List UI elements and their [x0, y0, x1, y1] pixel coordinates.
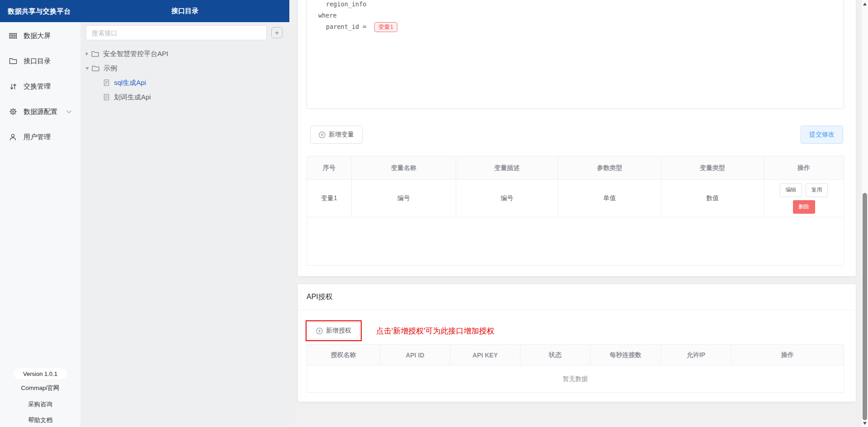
table-row: 变量1 编号 编号 单值 数值 编辑 复用 删除: [307, 180, 844, 217]
column-header: 状态: [520, 345, 590, 365]
scroll-up-arrow-icon[interactable]: [863, 3, 867, 5]
cell-var-type: 数值: [661, 180, 764, 217]
variables-table: 序号 变量名称 变量描述 参数类型 变量类型 操作 变量1 编号 编号 单值 数…: [307, 156, 844, 266]
file-icon: [103, 94, 110, 101]
add-variable-button[interactable]: 新增变量: [310, 126, 363, 144]
code-line: where: [318, 10, 835, 21]
swap-icon: [9, 82, 17, 90]
footer-link-official-site[interactable]: Commapi官网: [21, 384, 60, 392]
auth-toolbar: 新增授权 点击'新增授权'可为此接口增加授权: [306, 320, 856, 341]
sidebar-item-datasource-config[interactable]: 数据源配置: [0, 99, 80, 124]
tree-node-label[interactable]: 划词生成Api: [114, 93, 151, 102]
vertical-scrollbar[interactable]: [861, 0, 868, 427]
gear-icon: [9, 108, 17, 116]
code-line: parent_id = 变量1: [318, 21, 835, 33]
tree-node-folder[interactable]: 示例: [80, 61, 289, 75]
scroll-down-arrow-icon[interactable]: [863, 422, 867, 425]
column-header: 允许IP: [661, 345, 731, 365]
code-text: parent_id =: [326, 23, 370, 30]
version-badge: Version 1.0.1: [14, 368, 67, 379]
column-header: 变量描述: [456, 156, 558, 179]
sidebar-footer: Version 1.0.1 Commapi官网 采购咨询 帮助文档: [0, 368, 80, 424]
tree-node-label[interactable]: sql生成Api: [114, 79, 146, 87]
column-header: 变量名称: [352, 156, 456, 179]
empty-state-text: 暂无数据: [563, 375, 588, 383]
cell-seq: 变量1: [307, 180, 352, 217]
column-header: 每秒连接数: [590, 345, 661, 365]
tree-node-api-selected[interactable]: sql生成Api: [80, 75, 289, 90]
variables-table-header: 序号 变量名称 变量描述 参数类型 变量类型 操作: [307, 156, 844, 180]
api-catalog-panel: 接口目录 + 安全智慧管控平台API 示例: [80, 0, 289, 427]
add-auth-button[interactable]: 新增授权: [307, 322, 360, 339]
main-content: region_info where parent_id = 变量1 新增变量 提…: [289, 0, 861, 427]
variable-chip[interactable]: 变量1: [374, 22, 398, 32]
auth-table: 授权名称 API ID API KEY 状态 每秒连接数 允许IP 操作 暂无数…: [307, 344, 844, 393]
folder-icon: [9, 57, 17, 65]
reuse-button[interactable]: 复用: [806, 183, 828, 197]
column-header: 序号: [307, 156, 352, 179]
cell-actions: 编辑 复用 删除: [764, 180, 844, 217]
tree-node-label[interactable]: 示例: [104, 64, 117, 73]
user-icon: [9, 133, 17, 141]
column-header: API ID: [380, 345, 450, 365]
add-catalog-button[interactable]: +: [271, 27, 283, 38]
caret-right-icon[interactable]: [86, 52, 88, 56]
app-title: 数据共享与交换平台: [0, 0, 80, 22]
footer-link-help[interactable]: 帮助文档: [28, 416, 52, 424]
annotation-highlight-box: 新增授权: [306, 320, 362, 341]
tree-node-label[interactable]: 安全智慧管控平台API: [103, 50, 168, 58]
search-row: +: [86, 25, 283, 40]
column-header: API KEY: [450, 345, 520, 365]
sidebar-item-api-catalog[interactable]: 接口目录: [0, 48, 80, 74]
auth-table-header: 授权名称 API ID API KEY 状态 每秒连接数 允许IP 操作: [307, 345, 844, 366]
app-root: 数据共享与交换平台 数据大屏 接口目录: [0, 0, 868, 427]
panel-title: 接口目录: [80, 0, 289, 22]
variables-toolbar: 新增变量 提交修改: [310, 126, 843, 144]
folder-icon: [91, 51, 99, 57]
sidebar-item-exchange[interactable]: 交换管理: [0, 74, 80, 99]
sidebar-item-label: 数据大屏: [24, 32, 51, 40]
circle-plus-icon: [319, 131, 326, 138]
table-empty-space: [307, 217, 844, 265]
annotation-text: 点击'新增授权'可为此接口增加授权: [376, 326, 495, 336]
api-detail-card: region_info where parent_id = 变量1 新增变量 提…: [298, 0, 856, 276]
code-line: region_info: [318, 0, 835, 10]
column-header: 参数类型: [558, 156, 661, 179]
column-header: 变量类型: [661, 156, 764, 179]
file-icon: [103, 79, 110, 86]
edit-button[interactable]: 编辑: [780, 183, 802, 197]
sidebar-item-label: 接口目录: [24, 57, 51, 66]
api-tree: 安全智慧管控平台API 示例 sql生成Api 划词生成Api: [80, 47, 289, 104]
caret-down-icon[interactable]: [85, 67, 89, 70]
sidebar-menu: 数据大屏 接口目录 交换管理: [0, 22, 80, 150]
auth-section-title: API授权: [298, 284, 856, 310]
empty-state-row: 暂无数据: [307, 366, 844, 392]
sidebar-item-user-management[interactable]: 用户管理: [0, 124, 80, 150]
column-header: 授权名称: [307, 345, 380, 365]
scrollbar-thumb[interactable]: [863, 193, 867, 420]
column-header: 操作: [764, 156, 844, 179]
sql-editor[interactable]: region_info where parent_id = 变量1: [307, 0, 844, 109]
add-variable-label: 新增变量: [329, 131, 354, 139]
sidebar-item-data-screen[interactable]: 数据大屏: [0, 23, 80, 48]
sidebar-item-label: 用户管理: [24, 133, 51, 141]
submit-changes-button[interactable]: 提交修改: [801, 126, 843, 144]
column-header: 操作: [731, 345, 844, 365]
cell-param-type: 单值: [558, 180, 661, 217]
sidebar-item-label: 交换管理: [24, 82, 51, 91]
api-auth-card: API授权 新增授权 点击'新增授权'可为此接口增加授权 授权名称 API ID: [298, 284, 856, 402]
tree-node-api[interactable]: 划词生成Api: [80, 90, 289, 104]
chevron-down-icon: [66, 110, 71, 113]
actions-bottom: 删除: [793, 200, 815, 214]
circle-plus-icon: [316, 328, 323, 334]
folder-icon: [92, 65, 99, 72]
add-auth-label: 新增授权: [326, 327, 351, 335]
tree-node-folder[interactable]: 安全智慧管控平台API: [80, 47, 289, 61]
grid-icon: [9, 32, 17, 40]
search-input[interactable]: [86, 25, 267, 40]
delete-button[interactable]: 删除: [793, 200, 815, 214]
footer-link-purchase[interactable]: 采购咨询: [28, 400, 52, 408]
sidebar: 数据共享与交换平台 数据大屏 接口目录: [0, 0, 80, 427]
cell-desc: 编号: [456, 180, 558, 217]
actions-top: 编辑 复用: [780, 183, 828, 197]
